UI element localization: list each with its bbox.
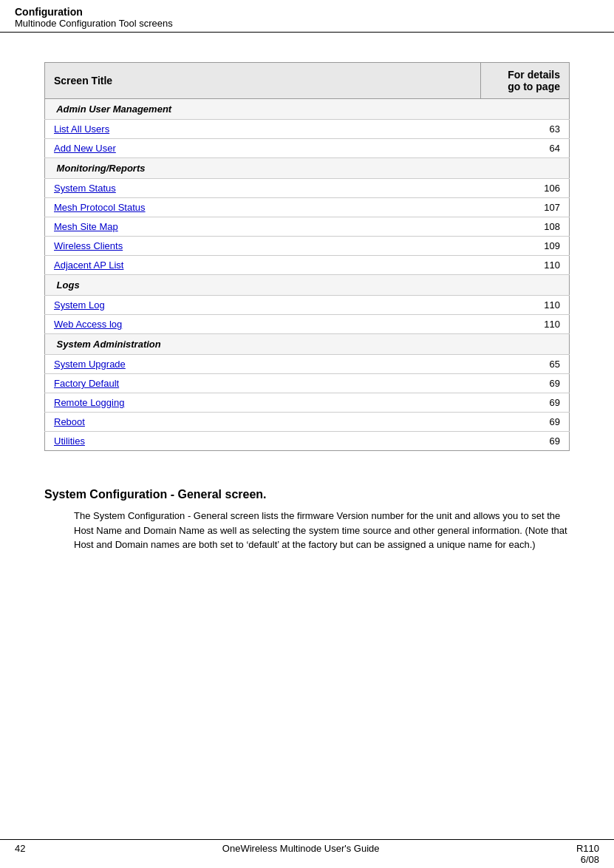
item-page-number: 110 (481, 256, 570, 275)
item-name-cell: System Status (45, 179, 481, 198)
item-link[interactable]: Web Access log (54, 319, 122, 330)
item-name-cell: Mesh Protocol Status (45, 198, 481, 217)
item-page-number: 63 (481, 120, 570, 139)
item-page-number: 69 (481, 393, 570, 413)
item-page-number: 107 (481, 198, 570, 217)
page-header: Configuration Multinode Configuration To… (0, 0, 614, 33)
table-row: Add New User64 (45, 139, 570, 158)
table-section-header: Admin User Management (45, 99, 570, 120)
item-link[interactable]: System Log (54, 299, 105, 311)
item-page-number: 109 (481, 237, 570, 256)
table-row: Adjacent AP List110 (45, 256, 570, 275)
item-page-number: 110 (481, 296, 570, 315)
table-row: Utilities69 (45, 432, 570, 451)
item-link[interactable]: Utilities (54, 435, 85, 447)
table-row: Wireless Clients109 (45, 237, 570, 256)
item-name-cell: Adjacent AP List (45, 256, 481, 275)
item-page-number: 69 (481, 374, 570, 393)
item-page-number: 106 (481, 179, 570, 198)
page-footer: 42 OneWireless Multinode User's Guide R1… (0, 839, 614, 868)
item-link[interactable]: Adjacent AP List (54, 260, 123, 271)
table-row: List All Users63 (45, 120, 570, 139)
table-row: System Status106 (45, 179, 570, 198)
header-subtitle: Multinode Configuration Tool screens (15, 18, 599, 29)
table-row: Web Access log110 (45, 315, 570, 334)
table-row: Reboot69 (45, 413, 570, 432)
item-link[interactable]: Factory Default (54, 378, 119, 389)
section-title: System Configuration - General screen. (44, 488, 570, 501)
table-section-header: System Administration (45, 334, 570, 355)
footer-left: 42 (15, 843, 25, 865)
item-name-cell: Add New User (45, 139, 481, 158)
item-name-cell: Factory Default (45, 374, 481, 393)
item-link[interactable]: Reboot (54, 416, 85, 427)
item-name-cell: Remote Logging (45, 393, 481, 413)
body-paragraph: The System Configuration - General scree… (74, 509, 570, 552)
item-name-cell: Utilities (45, 432, 481, 451)
table-row: Mesh Protocol Status107 (45, 198, 570, 217)
item-name-cell: Wireless Clients (45, 237, 481, 256)
section-label: Monitoring/Reports (45, 158, 570, 179)
item-name-cell: Reboot (45, 413, 481, 432)
table-row: Remote Logging69 (45, 393, 570, 413)
item-link[interactable]: Mesh Site Map (54, 221, 118, 232)
item-link[interactable]: Wireless Clients (54, 240, 123, 251)
section-label: Admin User Management (45, 99, 570, 120)
item-page-number: 110 (481, 315, 570, 334)
item-page-number: 69 (481, 413, 570, 432)
item-link[interactable]: System Status (54, 183, 116, 194)
col1-header: Screen Title (45, 63, 481, 99)
item-link[interactable]: List All Users (54, 123, 109, 135)
item-name-cell: System Log (45, 296, 481, 315)
item-page-number: 69 (481, 432, 570, 451)
section-label: Logs (45, 275, 570, 296)
item-name-cell: List All Users (45, 120, 481, 139)
table-row: System Log110 (45, 296, 570, 315)
footer-right: R1106/08 (576, 843, 599, 865)
col2-header: For detailsgo to page (481, 63, 570, 99)
item-link[interactable]: Mesh Protocol Status (54, 202, 146, 213)
item-page-number: 65 (481, 355, 570, 374)
item-link[interactable]: System Upgrade (54, 359, 126, 370)
item-name-cell: Web Access log (45, 315, 481, 334)
table-row: System Upgrade65 (45, 355, 570, 374)
item-name-cell: System Upgrade (45, 355, 481, 374)
item-page-number: 108 (481, 217, 570, 237)
table-section-header: Monitoring/Reports (45, 158, 570, 179)
section-label: System Administration (45, 334, 570, 355)
item-link[interactable]: Remote Logging (54, 397, 124, 408)
item-name-cell: Mesh Site Map (45, 217, 481, 237)
config-table: Screen Title For detailsgo to page Admin… (44, 62, 570, 451)
item-page-number: 64 (481, 139, 570, 158)
main-content: Screen Title For detailsgo to page Admin… (0, 33, 614, 582)
table-section-header: Logs (45, 275, 570, 296)
footer-center: OneWireless Multinode User's Guide (222, 843, 380, 865)
item-link[interactable]: Add New User (54, 143, 116, 154)
table-row: Factory Default69 (45, 374, 570, 393)
table-row: Mesh Site Map108 (45, 217, 570, 237)
header-title: Configuration (15, 6, 599, 18)
